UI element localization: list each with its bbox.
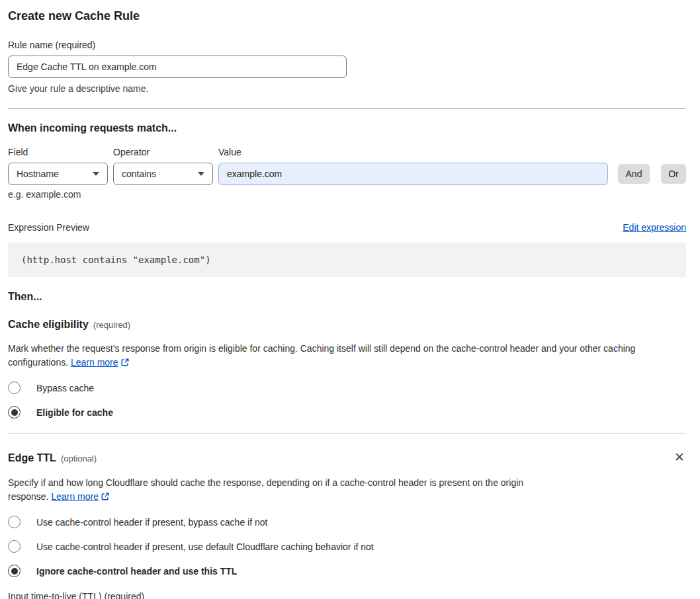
radio-unchecked-icon[interactable] xyxy=(8,540,21,553)
radio-option-eligible-for-cache[interactable]: Eligible for cache xyxy=(8,406,686,419)
rule-name-help: Give your rule a descriptive name. xyxy=(8,83,686,94)
cache-eligibility-description: Mark whether the request’s response from… xyxy=(8,342,686,370)
expression-preview-label: Expression Preview xyxy=(8,222,89,233)
edit-expression-link[interactable]: Edit expression xyxy=(623,222,686,233)
radio-option-use-header-default[interactable]: Use cache-control header if present, use… xyxy=(8,540,686,553)
cache-eligibility-learn-more-link[interactable]: Learn more xyxy=(71,357,118,368)
value-help: e.g. example.com xyxy=(8,189,686,200)
rule-name-section: Rule name (required) Give your rule a de… xyxy=(8,40,686,94)
cache-eligibility-options: Bypass cache Eligible for cache xyxy=(8,381,686,419)
expression-code: (http.host contains "example.com") xyxy=(8,243,686,277)
edge-ttl-title: Edge TTL xyxy=(8,452,56,463)
edge-ttl-options: Use cache-control header if present, byp… xyxy=(8,516,686,577)
edge-ttl-qualifier: (optional) xyxy=(61,454,97,463)
radio-option-label: Ignore cache-control header and use this… xyxy=(36,566,237,577)
radio-unchecked-icon[interactable] xyxy=(8,381,21,394)
section-divider xyxy=(8,433,686,434)
condition-row: Field Hostname Operator contains Value A… xyxy=(8,147,686,185)
operator-select[interactable]: contains xyxy=(113,163,213,185)
radio-option-ignore-header[interactable]: Ignore cache-control header and use this… xyxy=(8,565,686,577)
chevron-down-icon xyxy=(93,172,99,176)
section-divider xyxy=(8,108,686,109)
radio-option-label: Eligible for cache xyxy=(36,407,113,418)
value-label: Value xyxy=(218,147,608,157)
page-title: Create new Cache Rule xyxy=(8,9,686,23)
edge-ttl-learn-more-link[interactable]: Learn more xyxy=(51,491,99,502)
cache-eligibility-title: Cache eligibility xyxy=(8,319,89,330)
expression-preview-row: Expression Preview Edit expression xyxy=(8,222,686,233)
cache-eligibility-header: Cache eligibility(required) xyxy=(8,319,686,331)
edge-ttl-header: Edge TTL(optional) ✕ xyxy=(8,450,686,465)
operator-label: Operator xyxy=(113,147,213,157)
radio-option-label: Use cache-control header if present, byp… xyxy=(36,517,267,528)
edge-ttl-description: Specify if and how long Cloudflare shoul… xyxy=(8,476,560,504)
external-link-icon xyxy=(101,492,110,501)
radio-option-label: Use cache-control header if present, use… xyxy=(36,541,374,552)
and-button[interactable]: And xyxy=(618,164,650,184)
match-heading: When incoming requests match... xyxy=(8,122,686,134)
close-icon[interactable]: ✕ xyxy=(673,450,686,465)
chevron-down-icon xyxy=(198,172,204,176)
then-heading: Then... xyxy=(8,291,686,303)
radio-option-use-header-bypass[interactable]: Use cache-control header if present, byp… xyxy=(8,516,686,528)
value-input[interactable] xyxy=(218,163,608,185)
radio-option-bypass-cache[interactable]: Bypass cache xyxy=(8,381,686,394)
rule-name-input[interactable] xyxy=(8,56,347,78)
field-select[interactable]: Hostname xyxy=(8,163,108,185)
rule-name-label: Rule name (required) xyxy=(8,40,686,50)
cache-eligibility-qualifier: (required) xyxy=(93,320,130,330)
field-select-value: Hostname xyxy=(17,169,59,179)
radio-option-label: Bypass cache xyxy=(36,383,94,393)
ttl-input-label: Input time-to-live (TTL) (required) xyxy=(8,591,686,599)
radio-checked-icon[interactable] xyxy=(8,406,21,419)
or-button[interactable]: Or xyxy=(661,164,686,184)
radio-unchecked-icon[interactable] xyxy=(8,516,21,528)
radio-checked-icon[interactable] xyxy=(8,565,21,577)
operator-select-value: contains xyxy=(122,169,156,179)
external-link-icon xyxy=(120,358,130,367)
field-label: Field xyxy=(8,147,108,157)
